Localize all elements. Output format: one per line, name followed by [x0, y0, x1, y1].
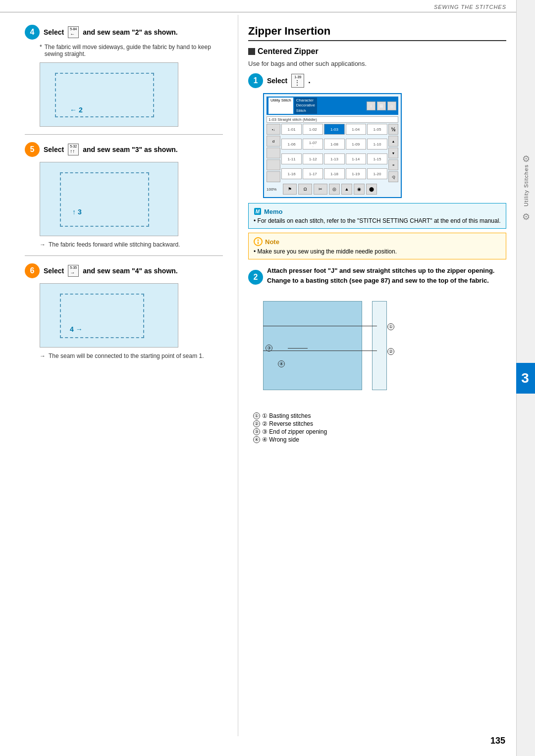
cell-1-13[interactable]: 1-13	[324, 153, 344, 164]
callout-3-circle: ③	[266, 345, 272, 352]
step1-header: 1 Select 1-39 ⋮ .	[248, 73, 506, 88]
step6-diagram-label: 4 →	[70, 325, 83, 333]
memo-title: M Memo	[254, 207, 501, 215]
line1	[263, 326, 377, 326]
side-down-btn[interactable]: ▼	[388, 148, 398, 158]
step4-container: 4 Select 5-84 ← and sew seam "2" as show…	[25, 25, 223, 127]
step4-diagram: ← 2	[40, 62, 178, 127]
bottom-btn-2[interactable]: Ω	[298, 184, 312, 195]
cell-1-17[interactable]: 1-17	[303, 168, 323, 179]
side-menu-btn[interactable]: ≡	[388, 159, 398, 170]
side-half-btn[interactable]: ½	[388, 124, 398, 135]
legend-3-text: ③ End of zipper opening	[262, 428, 327, 435]
cell-1-10[interactable]: 1-10	[367, 139, 387, 150]
legend-1-circle: ①	[253, 412, 260, 419]
step1-circle: 1	[248, 73, 263, 88]
bottom-btn-5[interactable]: ▲	[341, 184, 352, 195]
side-up-btn[interactable]: ▲	[388, 136, 398, 147]
subsection-header: Centered Zipper	[248, 47, 506, 56]
step6-circle: 6	[25, 263, 40, 278]
note-icon	[254, 237, 263, 246]
legend-item-2: ② ② Reverse stitches	[253, 420, 506, 427]
step2-text: Attach presser foot "J" and sew straight…	[267, 266, 506, 285]
cell-1-02[interactable]: 1-02	[303, 124, 323, 135]
screen-icon-2[interactable]: ⊞	[377, 101, 386, 110]
cell-1-04[interactable]: 1-04	[346, 124, 366, 135]
step5-stitch-icon: 5-32 ↑↑	[68, 144, 79, 155]
step6-arrow-symbol: →	[40, 353, 46, 359]
step4-instruction: and sew seam "2" as shown.	[83, 28, 177, 36]
bottom-btn-scissors[interactable]: ✂	[314, 184, 327, 195]
sidebar-icon-bottom: ⚙	[522, 211, 530, 222]
callout-1: ①	[387, 323, 394, 330]
bottom-btn-7[interactable]: ⬤	[366, 184, 377, 195]
screen-stitch-label: 1-03 Straight stitch (Middle)	[267, 116, 398, 123]
step4-circle: 4	[25, 25, 40, 40]
cell-1-01[interactable]: 1-01	[281, 124, 302, 135]
left-column: 4 Select 5-84 ← and sew seam "2" as show…	[0, 15, 238, 736]
cell-1-08[interactable]: 1-08	[324, 139, 344, 150]
cell-1-07[interactable]: 1-07·	[303, 139, 323, 150]
step4-stitch-code: 5-84	[70, 27, 77, 31]
cell-1-18[interactable]: 1-18	[324, 168, 344, 179]
cell-1-05[interactable]: 1-05	[367, 124, 387, 135]
screen-right-side-controls: ½ ▲ ▼ ≡ ·Q	[388, 124, 398, 182]
subtitle-text: Use for bags and other such applications…	[248, 60, 506, 67]
step6-stitch-icon: 5-35 →	[68, 265, 79, 277]
note-box: Note • Make sure you sew using the middl…	[248, 233, 506, 259]
step6-label: Select	[44, 267, 64, 275]
step4-header: 4 Select 5-84 ← and sew seam "2" as show…	[25, 25, 223, 40]
cell-1-19[interactable]: 1-19	[346, 168, 366, 179]
step6-container: 6 Select 5-35 → and sew seam "4" as show…	[25, 263, 223, 359]
legend-item-1: ① ① Basting stitches	[253, 412, 506, 419]
bottom-btn-1[interactable]: ⚑	[283, 184, 297, 195]
memo-text: • For details on each stitch, refer to t…	[254, 217, 501, 224]
callout-3-dash	[288, 348, 308, 349]
screen-left-btn4[interactable]	[267, 159, 280, 170]
step6-diagram: 4 →	[40, 283, 178, 348]
screen-left-btn3[interactable]	[267, 148, 280, 158]
bottom-btn-4[interactable]: ◎	[329, 184, 340, 195]
arrow-symbol: →	[40, 241, 46, 248]
bottom-btn-6[interactable]: ◉	[354, 184, 365, 195]
zipper-right-strip	[372, 301, 387, 390]
callout-2: ②	[387, 348, 394, 355]
cell-1-14[interactable]: 1-14	[346, 153, 366, 164]
step1-period: .	[308, 76, 310, 85]
note-text: • Make sure you sew using the middle nee…	[254, 248, 501, 255]
callout-3-line	[288, 348, 308, 349]
step4-note: * The fabric will move sideways, guide t…	[40, 44, 223, 57]
screen-dot-btn[interactable]: •↓	[267, 124, 280, 135]
cell-1-09[interactable]: 1-09	[346, 139, 366, 150]
step1-stitch-code: 1-39	[294, 75, 301, 79]
screen-left-btn5[interactable]	[267, 171, 280, 182]
svg-text:M: M	[256, 209, 260, 214]
callout-4-circle: ④	[278, 360, 285, 367]
tab2-line3: Stitch	[296, 108, 306, 113]
screen-icon-1[interactable]: i	[367, 101, 375, 110]
step6-header: 6 Select 5-35 → and sew seam "4" as show…	[25, 263, 223, 278]
memo-title-text: Memo	[264, 208, 283, 215]
sidebar-icon-top: ⚙	[522, 153, 530, 164]
cell-1-20[interactable]: 1-20	[367, 168, 387, 179]
step5-circle: 5	[25, 142, 40, 157]
step2-container: 2 Attach presser foot "J" and sew straig…	[248, 263, 506, 443]
legend-1-text: ① Basting stitches	[262, 412, 311, 419]
cell-1-06[interactable]: 1-06	[281, 139, 302, 150]
tab-decorative: Character Decorative Stitch	[294, 98, 317, 114]
screen-needle-btn[interactable]: d	[267, 136, 280, 147]
cell-1-12[interactable]: 1-12	[303, 153, 323, 164]
cell-1-16[interactable]: 1-16	[281, 168, 302, 179]
screen-icon-3[interactable]: ⌂	[387, 101, 396, 110]
cell-1-15[interactable]: 1-15	[367, 153, 387, 164]
side-q-btn[interactable]: ·Q	[388, 171, 398, 182]
legend-list: ① ① Basting stitches ② ② Reverse stitche…	[253, 412, 506, 443]
cell-1-03[interactable]: 1-03	[324, 124, 344, 135]
zipper-diagram: ① ② ③ ④	[258, 296, 397, 405]
tab-utility: Utility Stitch	[268, 98, 293, 114]
step5-stitch-code: 5-32	[70, 145, 77, 149]
black-square-icon	[248, 48, 255, 55]
memo-icon: M	[254, 207, 262, 215]
cell-1-11[interactable]: 1-11	[281, 153, 302, 164]
line2	[263, 351, 377, 351]
